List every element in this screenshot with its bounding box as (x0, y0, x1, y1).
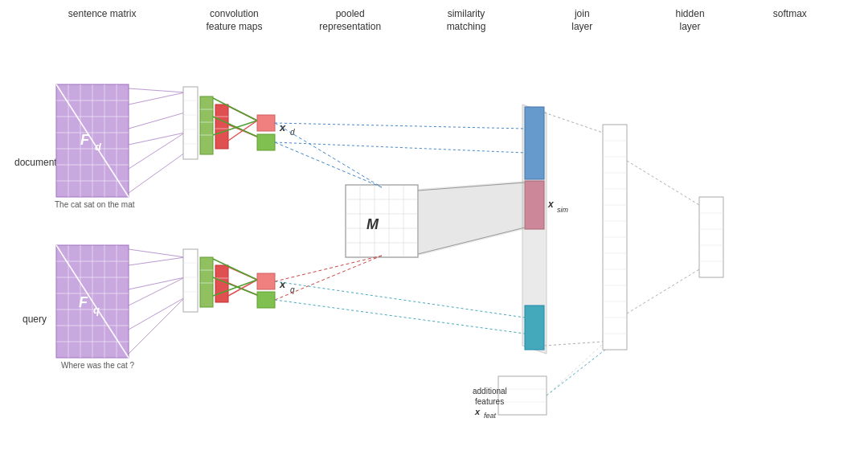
svg-line-97 (275, 123, 525, 129)
svg-line-17 (129, 133, 185, 145)
svg-line-132 (627, 161, 699, 205)
svg-rect-76 (257, 273, 275, 289)
svg-line-100 (275, 300, 525, 334)
svg-rect-94 (525, 181, 544, 229)
diagram-container: sentence matrix convolutionfeature maps … (0, 0, 868, 451)
svg-text:q: q (93, 304, 100, 316)
svg-rect-65 (200, 257, 213, 307)
svg-line-125 (544, 342, 603, 346)
svg-line-19 (129, 153, 185, 193)
svg-line-16 (129, 113, 185, 129)
fq-label: F (79, 294, 88, 310)
svg-line-91 (275, 256, 382, 300)
fd-label: F (80, 132, 90, 148)
svg-rect-61 (183, 249, 198, 312)
svg-text:d: d (95, 141, 102, 153)
svg-line-126 (547, 344, 603, 396)
svg-text:features: features (475, 397, 504, 406)
svg-rect-77 (257, 292, 275, 308)
svg-rect-93 (525, 107, 544, 179)
main-diagram-svg: F d The cat sat on the mat (0, 0, 868, 451)
svg-line-15 (129, 92, 185, 105)
svg-line-89 (275, 142, 382, 187)
xfeat-label: x (474, 407, 481, 416)
svg-rect-79 (346, 185, 418, 257)
svg-line-56 (129, 257, 185, 265)
doc-sentence-caption: The cat sat on the mat (55, 200, 135, 209)
svg-rect-20 (183, 87, 198, 159)
svg-rect-38 (257, 115, 275, 131)
query-sentence-caption: Where was the cat ? (61, 361, 135, 370)
xq-label: x (279, 278, 286, 290)
svg-line-57 (129, 277, 185, 289)
svg-marker-101 (418, 181, 525, 256)
m-label: M (366, 216, 379, 232)
svg-line-98 (275, 142, 525, 153)
additional-features-label: additional (473, 387, 507, 396)
svg-line-14 (129, 88, 185, 92)
svg-rect-127 (699, 197, 723, 277)
svg-rect-68 (215, 265, 228, 302)
xsim-label: x (547, 199, 555, 210)
svg-text:sim: sim (557, 206, 568, 214)
svg-line-18 (129, 133, 185, 169)
svg-rect-29 (215, 105, 228, 149)
svg-line-124 (544, 113, 603, 133)
svg-line-88 (275, 123, 382, 187)
svg-line-60 (129, 297, 185, 354)
svg-line-58 (129, 277, 185, 305)
svg-rect-95 (525, 305, 544, 350)
svg-line-55 (129, 249, 185, 257)
svg-rect-104 (498, 376, 547, 415)
svg-rect-25 (200, 96, 213, 154)
svg-line-99 (275, 281, 525, 318)
svg-rect-39 (257, 134, 275, 150)
svg-text:feat: feat (484, 412, 497, 420)
svg-line-133 (627, 269, 699, 314)
svg-line-109 (547, 350, 605, 396)
svg-line-59 (129, 297, 185, 330)
